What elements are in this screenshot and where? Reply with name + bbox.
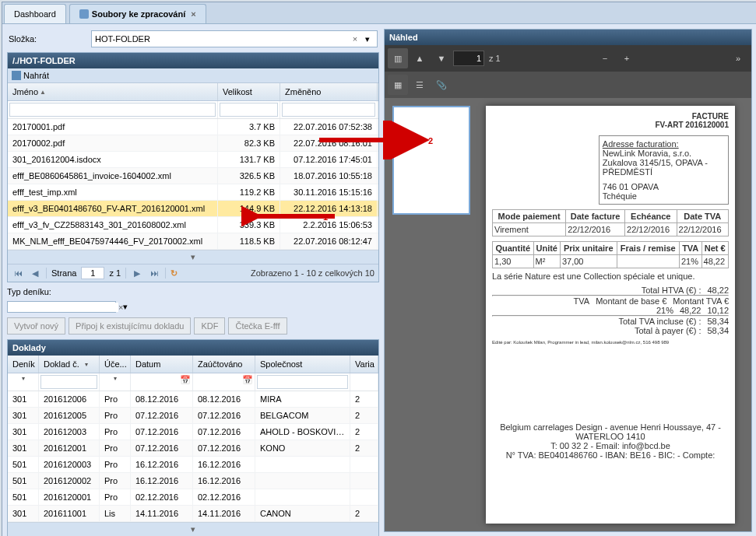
document-page: FACTURE FV-ART 2016120001 Adresse factur… [486, 106, 735, 524]
col-zauctovano[interactable]: Zaúčtováno [193, 356, 255, 373]
pager-page-input[interactable] [81, 267, 104, 279]
files-path: /./HOT-FOLDER [8, 53, 378, 68]
file-name: efff_v3_BE0401486760_FV-ART_2016120001.x… [8, 201, 218, 216]
col-spolecnost[interactable]: Společnost [255, 356, 350, 373]
thumbnails-icon[interactable]: ▦ [388, 75, 408, 95]
file-row[interactable]: 20170001.pdf3.7 KB22.07.2016 07:52:38 [8, 119, 378, 135]
page-of: z 1 [486, 54, 504, 63]
zoom-out-icon[interactable]: − [595, 48, 615, 68]
folder-input[interactable] [95, 34, 349, 44]
doc-row[interactable]: 5012016120001Pro02.12.201602.12.2016 [8, 489, 378, 506]
filter-size[interactable] [220, 103, 278, 117]
filter-date[interactable] [282, 103, 375, 117]
journal-type-input[interactable] [11, 303, 118, 312]
doc-row[interactable]: 301201612005Pro07.12.201607.12.2016BELGA… [8, 408, 378, 424]
doc-row[interactable]: 5012016120003Pro16.12.201616.12.2016 [8, 457, 378, 473]
tab-soubory[interactable]: Soubory ke zpracování × [69, 4, 206, 23]
doc-row[interactable]: 301201612003Pro07.12.201607.12.2016AHOLD… [8, 424, 378, 440]
page-thumbnail[interactable] [392, 106, 470, 215]
doc-ref: FV-ART 2016120001 [492, 121, 729, 129]
kdf-button[interactable]: KDF [194, 317, 225, 335]
expand-icon[interactable]: » [728, 48, 748, 68]
file-changed: 22.07.2016 08:12:47 [280, 233, 378, 249]
file-row[interactable]: efff_BE0860645861_invoice-1604002.xml326… [8, 168, 378, 184]
col-datum[interactable]: Datum [131, 356, 193, 373]
pager-next-icon[interactable]: ▶ [131, 267, 143, 279]
file-changed: 22.12.2016 14:13:18 [280, 201, 378, 216]
create-new-button[interactable]: Vytvoř nový [7, 317, 65, 335]
chevron-down-icon[interactable]: ▾ [82, 361, 91, 368]
files-panel: /./HOT-FOLDER Nahrát Jméno Velikost Změn… [7, 52, 379, 282]
col-doklad[interactable]: Doklad č.▾ [39, 356, 100, 373]
close-icon[interactable]: × [191, 9, 195, 19]
tab-dashboard[interactable]: Dashboard [4, 4, 66, 23]
pager-of: z 1 [109, 268, 121, 278]
col-denik[interactable]: Deník [8, 356, 39, 373]
chevron-down-icon[interactable]: ▾ [123, 302, 128, 312]
filter-dropdown-icon[interactable]: ▾ [19, 375, 28, 389]
folder-label: Složka: [9, 34, 86, 44]
clear-icon[interactable]: × [349, 34, 361, 44]
calendar-icon[interactable]: 📅 [180, 375, 191, 384]
file-changed: 18.07.2016 10:55:18 [280, 168, 378, 184]
sidebar-toggle-icon[interactable]: ▥ [388, 48, 408, 68]
col-name[interactable]: Jméno [8, 83, 218, 100]
pager-first-icon[interactable]: ⏮ [12, 267, 24, 279]
page-down-icon[interactable]: ▼ [431, 48, 452, 68]
doc-row[interactable]: 5012016120002Pro16.12.201616.12.2016 [8, 473, 378, 489]
file-size: 82.3 KB [218, 135, 280, 151]
zoom-in-icon[interactable]: + [617, 48, 637, 68]
attachments-icon[interactable]: 📎 [431, 75, 452, 95]
files-icon [79, 9, 89, 19]
doc-row[interactable]: 301201612006Pro08.12.201608.12.2016MIRA2 [8, 391, 378, 408]
file-name: efff_BE0860645861_invoice-1604002.xml [8, 168, 218, 184]
filter-spolecnost[interactable] [257, 375, 348, 389]
file-name: 20170002.pdf [8, 135, 218, 151]
refresh-icon[interactable]: ↻ [171, 268, 178, 279]
outline-icon[interactable]: ☰ [410, 75, 430, 95]
page-up-icon[interactable]: ▲ [410, 48, 430, 68]
efff-reader-button[interactable]: Čtečka E-fff [228, 317, 287, 335]
file-row[interactable]: efff_v3_fv_CZ25883143_301_201608002.xml3… [8, 217, 378, 233]
journal-type-select[interactable]: × ▾ [7, 301, 116, 313]
calendar-icon[interactable]: 📅 [242, 375, 253, 384]
doc-row[interactable]: 301201611001Lis14.11.201614.11.2016CANON… [8, 506, 378, 522]
doc-row[interactable]: 301201612001Pro07.12.201607.12.2016KONO2 [8, 440, 378, 457]
file-changed: 22.07.2016 08:16:01 [280, 135, 378, 151]
scroll-down-button[interactable]: ▾ [8, 250, 378, 264]
file-row[interactable]: efff_v3_BE0401486760_FV-ART_2016120001.x… [8, 201, 378, 217]
file-row[interactable]: MK_NLM_efff_BE0475974446_FV_20170002.xml… [8, 233, 378, 250]
upload-button[interactable]: Nahrát [12, 71, 49, 80]
file-size: 118.5 KB [218, 233, 280, 249]
file-size: 339.3 KB [218, 217, 280, 233]
file-row[interactable]: 20170002.pdf82.3 KB22.07.2016 08:16:01 [8, 135, 378, 152]
chevron-down-icon[interactable]: ▾ [361, 34, 374, 44]
file-size: 3.7 KB [218, 119, 280, 135]
filter-name[interactable] [9, 103, 216, 117]
file-size: 119.2 KB [218, 184, 280, 200]
col-size[interactable]: Velikost [218, 83, 280, 100]
col-varia[interactable]: Varia [350, 356, 378, 373]
file-name: efff_test_imp.xml [8, 184, 218, 200]
file-name: MK_NLM_efff_BE0475974446_FV_20170002.xml [8, 233, 218, 249]
col-changed[interactable]: Změněno [280, 83, 378, 100]
tab-bar: Dashboard Soubory ke zpracování × [2, 2, 756, 24]
filter-doklad[interactable] [40, 375, 97, 389]
file-name: efff_v3_fv_CZ25883143_301_201608002.xml [8, 217, 218, 233]
doc-type: FACTURE [492, 112, 729, 121]
pager-summary: Zobrazeno 1 - 10 z celkových 10 [251, 268, 374, 278]
folder-select[interactable]: × ▾ [91, 30, 378, 47]
file-row[interactable]: efff_test_imp.xml119.2 KB30.11.2016 15:1… [8, 184, 378, 201]
col-uce[interactable]: Úče... [100, 356, 131, 373]
pager-last-icon[interactable]: ⏭ [148, 267, 160, 279]
docs-panel: Doklady Deník Doklad č.▾ Úče... Datum Za… [7, 339, 379, 536]
page-number-input[interactable] [453, 51, 484, 66]
file-row[interactable]: 301_201612004.isdocx131.7 KB07.12.2016 1… [8, 152, 378, 168]
file-name: 20170001.pdf [8, 119, 218, 135]
attach-existing-button[interactable]: Připoj k existujícímu dokladu [69, 317, 191, 335]
pager-prev-icon[interactable]: ◀ [29, 267, 41, 279]
file-changed: 30.11.2016 15:15:16 [280, 184, 378, 200]
filter-dropdown-icon[interactable]: ▾ [111, 375, 120, 389]
scroll-down-button[interactable]: ▾ [8, 522, 378, 536]
journal-type-label: Typ deníku: [7, 286, 379, 298]
